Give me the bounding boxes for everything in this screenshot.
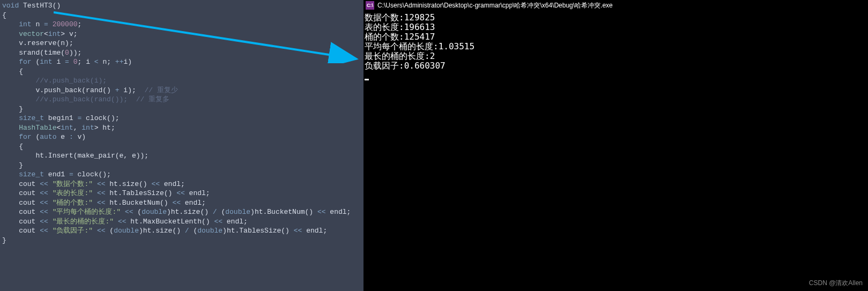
code-line: HashTable<int, int> ht; (2, 123, 361, 133)
code-line: cout << "表的长度:" << ht.TablesSize() << en… (2, 189, 361, 198)
code-line: //v.push_back(i); (2, 76, 361, 86)
console-window: C:\ C:\Users\Administrator\Desktop\c-gra… (363, 0, 868, 291)
code-line: for (auto e : v) (2, 132, 361, 142)
code-line: int n = 200000; (2, 20, 361, 29)
code-line: size_t begin1 = clock(); (2, 114, 361, 123)
code-line: } (2, 236, 361, 245)
code-line: { (2, 67, 361, 77)
code-line: cout << "桶的个数:" << ht.BucketNum() << end… (2, 198, 361, 208)
watermark-text: CSDN @清欢Allen (809, 279, 863, 288)
code-line: size_t end1 = clock(); (2, 170, 361, 180)
code-line: cout << "最长的桶的长度:" << ht.MaxBucketLenth(… (2, 217, 361, 227)
console-cursor (365, 79, 369, 80)
console-body[interactable]: 数据个数:129825 表的长度:196613 桶的个数:125417 平均每个… (363, 11, 868, 83)
code-line: { (2, 142, 361, 152)
code-line: vector<int> v; (2, 29, 361, 39)
code-editor-pane: void TestHT3() { int n = 200000; vector<… (0, 0, 363, 291)
console-icon: C:\ (366, 1, 374, 10)
code-line: cout << "负载因子:" << (double)ht.size() / (… (2, 226, 361, 236)
code-line: v.reserve(n); (2, 39, 361, 48)
code-line: v.push_back(rand() + i); // 重复少 (2, 86, 361, 95)
code-line: srand(time(0)); (2, 48, 361, 58)
code-line: cout << "数据个数:" << ht.size() << endl; (2, 180, 361, 189)
code-line: void TestHT3() (2, 1, 361, 11)
code-line: //v.push_back(rand()); // 重复多 (2, 95, 361, 105)
code-line: } (2, 161, 361, 170)
code-line: } (2, 105, 361, 114)
code-line: { (2, 11, 361, 20)
code-line: ht.Insert(make_pair(e, e)); (2, 151, 361, 161)
code-line: cout << "平均每个桶的长度:" << (double)ht.size()… (2, 207, 361, 217)
console-titlebar[interactable]: C:\ C:\Users\Administrator\Desktop\c-gra… (363, 0, 868, 11)
console-output-line: 平均每个桶的长度:1.03515 (365, 42, 867, 51)
console-output-line: 表的长度:196613 (365, 23, 867, 32)
console-output-line: 最长的桶的长度:2 (365, 51, 867, 61)
console-output-line: 数据个数:129825 (365, 13, 867, 23)
console-output-line: 负载因子:0.660307 (365, 61, 867, 71)
console-output-line: 桶的个数:125417 (365, 32, 867, 42)
console-title: C:\Users\Administrator\Desktop\c-grammar… (377, 1, 613, 10)
code-line: for (int i = 0; i < n; ++i) (2, 57, 361, 67)
